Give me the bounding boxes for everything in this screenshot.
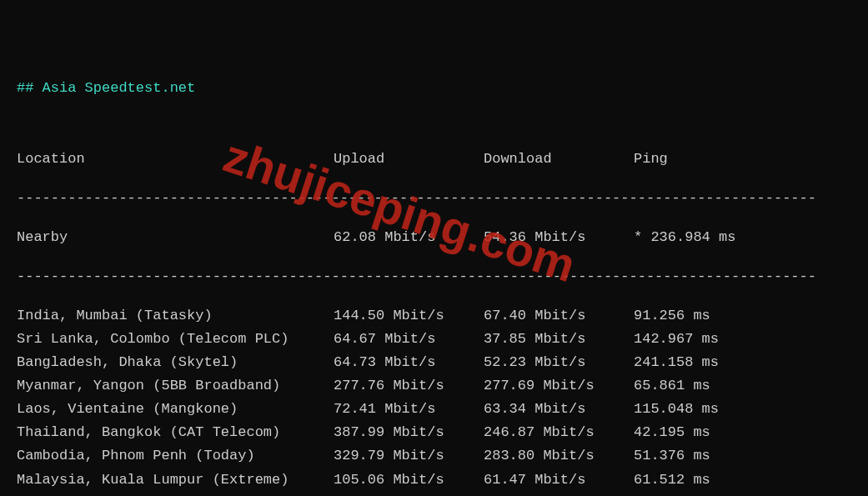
cell-download: 37.85 Mbit/s [484, 328, 634, 351]
header-location: Location [17, 148, 334, 171]
cell-location: Sri Lanka, Colombo (Telecom PLC) [17, 328, 334, 351]
cell-ping: 212.545 ms [634, 492, 851, 496]
cell-download: 283.80 Mbit/s [484, 444, 634, 468]
cell-download: 67.40 Mbit/s [484, 304, 634, 328]
cell-ping: 91.256 ms [634, 304, 851, 328]
cell-location: Thailand, Bangkok (CAT Telecom) [17, 421, 334, 444]
cell-location: India, Mumbai (Tatasky) [17, 304, 334, 328]
cell-location: Myanmar, Yangon (5BB Broadband) [17, 374, 334, 398]
header-row: LocationUploadDownloadPing [17, 148, 851, 171]
cell-ping: 115.048 ms [634, 398, 851, 421]
table-row: Thailand, Bangkok (CAT Telecom)387.99 Mb… [17, 421, 851, 444]
table-row: Laos, Vientaine (Mangkone)72.41 Mbit/s63… [17, 398, 851, 421]
nearby-upload: 62.08 Mbit/s [334, 226, 484, 249]
cell-ping: 51.376 ms [634, 444, 851, 468]
divider: ----------------------------------------… [17, 187, 851, 210]
cell-upload: 64.73 Mbit/s [334, 351, 484, 374]
nearby-download: 54.36 Mbit/s [484, 226, 634, 249]
cell-ping: 65.861 ms [634, 374, 851, 398]
section-title: ## Asia Speedtest.net [17, 80, 851, 96]
cell-download: 246.87 Mbit/s [484, 421, 634, 444]
cell-download: 277.69 Mbit/s [484, 374, 634, 398]
table-row: Cambodia, Phnom Penh (Today)329.79 Mbit/… [17, 444, 851, 468]
header-download: Download [484, 148, 634, 171]
header-upload: Upload [334, 148, 484, 171]
cell-upload: 105.06 Mbit/s [334, 468, 484, 492]
cell-upload: 144.50 Mbit/s [334, 304, 484, 328]
cell-location: Singapore (StarHub) [17, 492, 334, 496]
cell-ping: 142.967 ms [634, 328, 851, 351]
cell-download: 63.34 Mbit/s [484, 398, 634, 421]
cell-download: 52.23 Mbit/s [484, 351, 634, 374]
nearby-row: Nearby62.08 Mbit/s54.36 Mbit/s* 236.984 … [17, 226, 851, 249]
cell-upload: 64.67 Mbit/s [334, 328, 484, 351]
cell-upload: 44.69 Mbit/s [334, 492, 484, 496]
cell-upload: 387.99 Mbit/s [334, 421, 484, 444]
cell-location: Cambodia, Phnom Penh (Today) [17, 444, 334, 468]
cell-location: Bangladesh, Dhaka (Skytel) [17, 351, 334, 374]
cell-ping: 241.158 ms [634, 351, 851, 374]
cell-ping: 61.512 ms [634, 468, 851, 492]
nearby-location: Nearby [17, 226, 334, 249]
cell-upload: 277.76 Mbit/s [334, 374, 484, 398]
nearby-ping: * 236.984 ms [634, 226, 851, 249]
cell-upload: 329.79 Mbit/s [334, 444, 484, 468]
table-row: Myanmar, Yangon (5BB Broadband)277.76 Mb… [17, 374, 851, 398]
cell-download: 61.47 Mbit/s [484, 468, 634, 492]
cell-upload: 72.41 Mbit/s [334, 398, 484, 421]
divider: ----------------------------------------… [17, 265, 851, 288]
header-ping: Ping [634, 148, 851, 171]
cell-ping: 42.195 ms [634, 421, 851, 444]
table-row: Singapore (StarHub)44.69 Mbit/s45.14 Mbi… [17, 492, 851, 496]
cell-location: Malaysia, Kuala Lumpur (Extreme) [17, 468, 334, 492]
table-row: Malaysia, Kuala Lumpur (Extreme)105.06 M… [17, 468, 851, 492]
table-row: Sri Lanka, Colombo (Telecom PLC)64.67 Mb… [17, 328, 851, 351]
cell-location: Laos, Vientaine (Mangkone) [17, 398, 334, 421]
cell-download: 45.14 Mbit/s [484, 492, 634, 496]
table-row: Bangladesh, Dhaka (Skytel)64.73 Mbit/s52… [17, 351, 851, 374]
table-row: India, Mumbai (Tatasky)144.50 Mbit/s67.4… [17, 304, 851, 328]
